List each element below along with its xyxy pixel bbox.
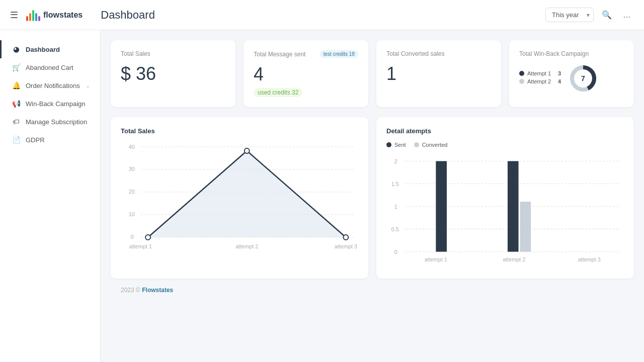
used-credits-badge: used credits 32	[254, 88, 302, 97]
svg-text:1: 1	[394, 203, 397, 209]
card-total-message-sent: Total Message sent test credits 18 4 use…	[244, 40, 368, 107]
sidebar-item-label: Dashboard	[26, 46, 60, 53]
line-chart-title: Total Sales	[121, 127, 358, 135]
legend-converted: Converted	[414, 142, 448, 148]
svg-text:30: 30	[129, 166, 135, 172]
legend-attempt2: Attempt 2 4	[519, 78, 561, 84]
converted-dot	[414, 142, 419, 147]
svg-text:0.5: 0.5	[391, 226, 399, 232]
bar-attempt2-converted	[520, 202, 531, 252]
bar-chart-legend: Sent Converted	[386, 142, 624, 150]
year-filter-wrap[interactable]: This year Last year All time	[545, 8, 594, 22]
megaphone-icon: 📢	[12, 100, 21, 108]
cart-icon: 🛒	[12, 63, 21, 71]
sidebar-item-label: GDPR	[26, 136, 45, 144]
svg-text:1.5: 1.5	[391, 180, 399, 187]
sidebar-item-win-back-campaign[interactable]: 📢 Win-Back Campaign	[0, 95, 100, 113]
card-value-total-message-sent: 4	[254, 64, 358, 85]
bar-chart-title: Detail atempts	[386, 127, 624, 135]
logo-text: flowstates	[43, 11, 83, 20]
svg-text:attempt 1: attempt 1	[425, 256, 447, 262]
card-label-total-message-sent: Total Message sent test credits 18	[254, 50, 358, 58]
more-options-button[interactable]: …	[620, 9, 634, 22]
logo-icon	[26, 9, 40, 21]
sidebar-item-gdpr[interactable]: 📄 GDPR	[0, 131, 100, 149]
card-label-win-back: Total Win-Back Campaign	[519, 50, 624, 57]
donut-chart-wrap: Attempt 1 3 Attempt 2 4	[519, 63, 624, 94]
sidebar-item-label: Win-Back Campaign	[26, 100, 86, 108]
footer-brand: Flowstates	[142, 287, 173, 294]
search-button[interactable]: 🔍	[599, 8, 615, 22]
charts-row: Total Sales 40 30 20 10 0	[111, 117, 634, 279]
logo: flowstates	[26, 9, 83, 21]
test-credits-badge: test credits 18	[320, 50, 358, 58]
card-total-sales: Total Sales $ 36	[111, 40, 235, 107]
chart-card-detail-atempts: Detail atempts Sent Converted 2 1.5 1	[376, 117, 634, 279]
footer: 2023 © Flowstates	[111, 279, 634, 302]
sidebar-item-dashboard[interactable]: ◕ Dashboard	[0, 40, 100, 58]
main-content: Total Sales $ 36 Total Message sent test…	[101, 30, 644, 362]
sidebar-item-label: Manage Subscription	[26, 118, 87, 126]
tag-icon: 🏷	[12, 118, 21, 126]
sidebar-item-label: Order Notifications	[26, 82, 80, 89]
card-value-converted-sales: 1	[386, 63, 491, 84]
chart-card-total-sales: Total Sales 40 30 20 10 0	[111, 117, 368, 279]
donut-legend: Attempt 1 3 Attempt 2 4	[519, 70, 561, 86]
menu-icon[interactable]: ☰	[10, 10, 18, 21]
sidebar-item-label: Abandoned Cart	[26, 64, 73, 71]
card-label-converted-sales: Total Converted sales	[386, 50, 491, 57]
card-label-total-sales: Total Sales	[121, 50, 225, 57]
attempt2-value: 4	[554, 78, 561, 84]
converted-label: Converted	[422, 142, 448, 148]
card-total-converted-sales: Total Converted sales 1	[376, 40, 501, 107]
card-value-total-sales: $ 36	[121, 63, 225, 84]
topbar-right: This year Last year All time 🔍 …	[545, 8, 634, 22]
svg-text:attempt 2: attempt 2	[503, 256, 525, 262]
svg-text:40: 40	[129, 144, 135, 150]
sidebar-item-manage-subscription[interactable]: 🏷 Manage Subscription	[0, 113, 100, 131]
line-chart-dot-1	[145, 235, 150, 240]
svg-text:0: 0	[394, 249, 397, 255]
sent-label: Sent	[394, 142, 406, 148]
bar-chart-svg: 2 1.5 1 0.5 0	[386, 156, 624, 266]
page-title: Dashboard	[101, 9, 537, 22]
doc-icon: 📄	[12, 136, 21, 144]
bar-attempt2-sent	[508, 161, 519, 251]
legend-attempt1: Attempt 1 3	[519, 70, 561, 76]
chevron-down-icon: ⌄	[86, 82, 90, 89]
topbar: ☰ flowstates Dashboard This year Last ye…	[0, 0, 644, 30]
attempt1-dot	[519, 71, 524, 76]
line-chart-svg: 40 30 20 10 0	[121, 142, 358, 252]
line-chart-dot-2	[245, 148, 250, 153]
line-chart-area	[148, 151, 346, 237]
footer-text: 2023 ©	[121, 287, 142, 294]
svg-text:10: 10	[129, 211, 135, 217]
donut-total-label: 7	[581, 74, 585, 82]
legend-sent: Sent	[386, 142, 406, 148]
svg-text:attempt 3: attempt 3	[578, 256, 601, 262]
year-filter-select[interactable]: This year Last year All time	[545, 8, 594, 22]
svg-text:2: 2	[394, 158, 397, 164]
attempt2-dot	[519, 79, 524, 84]
sidebar: ◕ Dashboard 🛒 Abandoned Cart 🔔 Order Not…	[0, 30, 101, 362]
bell-icon: 🔔	[12, 81, 21, 89]
svg-text:attempt 3: attempt 3	[335, 243, 357, 249]
attempt1-value: 3	[554, 70, 561, 76]
svg-text:attempt 1: attempt 1	[129, 243, 152, 249]
line-chart-dot-3	[344, 235, 349, 240]
svg-text:0: 0	[131, 234, 134, 240]
layout: ◕ Dashboard 🛒 Abandoned Cart 🔔 Order Not…	[0, 30, 644, 362]
attempt2-label: Attempt 2	[527, 78, 551, 84]
svg-text:20: 20	[129, 189, 135, 195]
sidebar-item-order-notifications[interactable]: 🔔 Order Notifications ⌄	[0, 76, 100, 95]
cards-row: Total Sales $ 36 Total Message sent test…	[111, 40, 634, 107]
card-win-back-campaign: Total Win-Back Campaign Attempt 1 3 Atte…	[509, 40, 634, 107]
attempt1-label: Attempt 1	[527, 70, 551, 76]
sidebar-item-abandoned-cart[interactable]: 🛒 Abandoned Cart	[0, 58, 100, 76]
donut-chart-svg: 7	[568, 63, 598, 94]
bar-attempt1-sent	[436, 161, 447, 251]
dashboard-icon: ◕	[12, 45, 21, 53]
svg-text:attempt 2: attempt 2	[235, 243, 258, 249]
sent-dot	[386, 142, 391, 147]
